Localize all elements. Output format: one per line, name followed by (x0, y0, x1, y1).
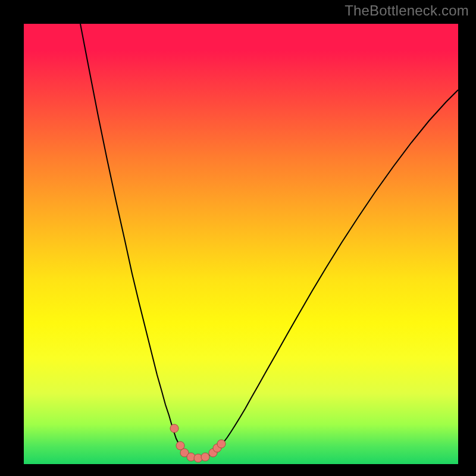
curve-layer (24, 24, 458, 464)
curve-marker (170, 424, 178, 433)
curve-marker (217, 440, 226, 448)
chart-frame: TheBottleneck.com (0, 0, 476, 476)
watermark-text: TheBottleneck.com (345, 2, 469, 19)
plot-area (24, 24, 458, 464)
curve-marker (201, 453, 209, 461)
bottleneck-curve (80, 24, 458, 459)
curve-markers (170, 424, 226, 462)
